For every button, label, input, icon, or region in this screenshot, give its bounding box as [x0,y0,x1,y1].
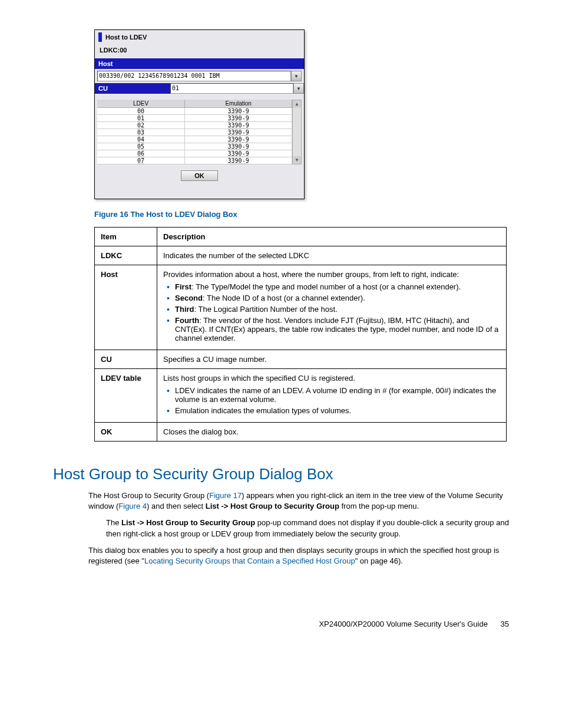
cu-select-value: 01 [170,83,293,94]
desc-host: Provides information about a host, where… [157,265,507,350]
scroll-down-icon[interactable]: ▼ [293,156,301,164]
body-paragraph: This dialog box enables you to specify a… [88,545,509,566]
cu-select-row[interactable]: 01 ▼ [170,83,304,94]
table-row[interactable]: 063390-9 [97,150,292,157]
desc-col-item: Item [95,228,157,246]
list-item: Second: The Node ID of a host (or a chan… [175,294,500,302]
table-row[interactable]: 043390-9 [97,136,292,143]
list-item: First: The Type/Model the type and model… [175,282,500,291]
link-figure4[interactable]: Figure 4 [118,502,147,510]
item-ok: OK [95,423,157,442]
page-footer: XP24000/XP20000 Volume Security User's G… [53,620,509,628]
table-row[interactable]: 073390-9 [97,157,292,164]
list-item: Emulation indicates the emulation types … [175,406,500,415]
dropdown-icon[interactable]: ▼ [293,83,304,94]
link-figure17[interactable]: Figure 17 [209,491,242,500]
table-row: OK Closes the dialog box. [95,423,507,442]
host-select-value: 003390/002 12345678901234 0001 IBM [97,71,291,81]
ldkc-label: LDKC:00 [95,44,304,58]
table-row[interactable]: 033390-9 [97,129,292,136]
desc-cu: Specifies a CU image number. [157,350,507,369]
host-to-ldev-dialog: Host to LDEV LDKC:00 Host 003390/002 123… [94,29,305,199]
ok-button[interactable]: OK [181,170,218,181]
item-ldev-table: LDEV table [95,369,157,423]
item-ldkc: LDKC [95,246,157,265]
ldev-table: LDEV Emulation 003390-9 013390-9 023390-… [97,100,292,164]
figure-caption: Figure 16 The Host to LDEV Dialog Box [94,210,509,219]
title-accent [98,32,102,42]
scrollbar[interactable]: ▲ ▼ [292,100,302,164]
dialog-titlebar: Host to LDEV [95,30,304,44]
desc-ok: Closes the dialog box. [157,423,507,442]
dialog-title: Host to LDEV [105,34,147,41]
host-header: Host [95,58,304,69]
table-row[interactable]: 013390-9 [97,115,292,122]
ldev-col-header: LDEV [97,100,185,108]
link-locating-security-groups[interactable]: Locating Security Groups that Contain a … [144,556,355,565]
footer-title: XP24000/XP20000 Volume Security User's G… [319,620,487,628]
desc-col-description: Description [157,228,507,246]
cu-header: CU [95,83,170,94]
body-paragraph-note: The List -> Host Group to Security Group… [106,518,509,539]
description-table: Item Description LDKC Indicates the numb… [94,227,507,442]
host-select-row[interactable]: 003390/002 12345678901234 0001 IBM ▼ [95,69,304,83]
scroll-up-icon[interactable]: ▲ [293,100,301,108]
table-row[interactable]: 023390-9 [97,122,292,129]
desc-ldkc: Indicates the number of the selected LDK… [157,246,507,265]
list-item: LDEV indicates the name of an LDEV. A vo… [175,386,500,404]
table-row: CU Specifies a CU image number. [95,350,507,369]
desc-ldev-table: Lists host groups in which the specified… [157,369,507,423]
table-row[interactable]: 053390-9 [97,143,292,150]
emulation-col-header: Emulation [185,100,292,108]
section-heading: Host Group to Security Group Dialog Box [53,465,509,483]
table-row[interactable]: 003390-9 [97,108,292,115]
page-number: 35 [501,620,509,628]
list-item: Third: The Logical Partition Number of t… [175,305,500,314]
list-item: Fourth: The vendor of the host. Vendors … [175,316,500,342]
table-row: LDKC Indicates the number of the selecte… [95,246,507,265]
table-row: LDEV table Lists host groups in which th… [95,369,507,423]
item-host: Host [95,265,157,350]
dropdown-icon[interactable]: ▼ [291,71,302,81]
table-row: Host Provides information about a host, … [95,265,507,350]
body-paragraph: The Host Group to Security Group (Figure… [88,490,509,512]
item-cu: CU [95,350,157,369]
